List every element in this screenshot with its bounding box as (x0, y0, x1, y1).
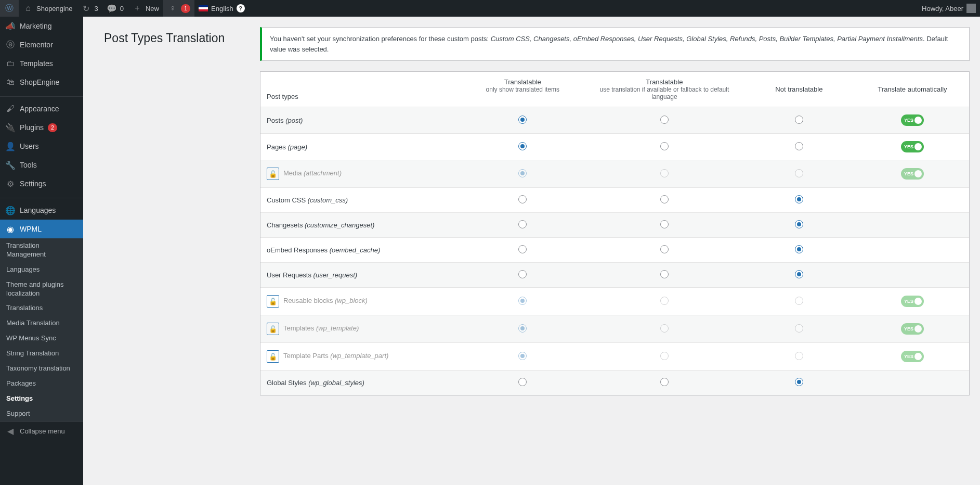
submenu-menus[interactable]: WP Menus Sync (0, 331, 83, 346)
translation-radio[interactable] (660, 270, 669, 278)
auto-cell (856, 263, 969, 288)
post-type-cell: 🔓Template Parts (wp_template_part) (260, 343, 459, 371)
uk-flag-icon (199, 5, 208, 11)
submenu-tm[interactable]: Translation Management (0, 238, 83, 262)
post-type-label: Posts (267, 117, 285, 124)
translation-radio[interactable] (795, 195, 803, 203)
translation-radio[interactable] (795, 270, 803, 278)
translation-radio (660, 297, 669, 305)
lock-icon: 🔓 (267, 168, 279, 180)
translation-radio[interactable] (518, 116, 527, 124)
menu-settings[interactable]: ⚙Settings (0, 174, 83, 193)
menu-users[interactable]: 👤Users (0, 137, 83, 156)
translation-radio[interactable] (795, 116, 803, 124)
updates[interactable]: ↻3 (76, 0, 102, 17)
translation-radio[interactable] (660, 220, 669, 228)
toggle-label: YES (903, 171, 914, 176)
translation-radio[interactable] (660, 245, 669, 253)
submenu-translations[interactable]: Translations (0, 301, 83, 316)
notice-pre: You haven't set your synchronization pre… (270, 35, 491, 43)
menu-wpml[interactable]: ◉WPML (0, 220, 83, 238)
submenu-languages[interactable]: Languages (0, 262, 83, 277)
language-switcher[interactable]: English? (194, 0, 249, 17)
lock-icon: 🔓 (267, 350, 279, 363)
auto-toggle: YES (901, 323, 924, 335)
translation-radio[interactable] (518, 378, 527, 386)
radio-cell (459, 315, 586, 343)
site-name[interactable]: ⌂Shopengine (19, 0, 76, 17)
auto-toggle[interactable]: YES (901, 114, 924, 126)
auto-cell (856, 238, 969, 263)
translation-radio[interactable] (518, 270, 527, 278)
translation-radio[interactable] (795, 142, 803, 150)
auto-cell: YES (856, 107, 969, 134)
translation-radio[interactable] (518, 245, 527, 253)
translation-radio (518, 352, 527, 360)
menu-tools[interactable]: 🔧Tools (0, 156, 83, 174)
translation-radio[interactable] (660, 116, 669, 124)
main-content: Post Types Translation You haven't set y… (83, 17, 980, 406)
cart-icon: 🛍 (5, 77, 16, 87)
my-account[interactable]: Howdy, Abeer (918, 0, 980, 17)
submenu-theme-localization[interactable]: Theme and plugins localization (0, 277, 83, 301)
translation-radio[interactable] (660, 195, 669, 203)
menu-templates[interactable]: 🗀Templates (0, 54, 83, 73)
auto-cell: YES (856, 343, 969, 371)
submenu-media[interactable]: Media Translation (0, 316, 83, 331)
radio-cell (742, 213, 856, 238)
menu-elementor[interactable]: ⓔElementor (0, 35, 83, 54)
table-row: 🔓Media (attachment)YES (260, 160, 969, 188)
menu-plugins[interactable]: 🔌Plugins2 (0, 118, 83, 137)
translation-radio[interactable] (795, 245, 803, 253)
comments[interactable]: 💬0 (102, 0, 128, 17)
menu-languages[interactable]: 🌐Languages (0, 201, 83, 220)
translation-radio[interactable] (795, 378, 803, 386)
translation-radio[interactable] (795, 220, 803, 228)
translation-radio[interactable] (518, 195, 527, 203)
post-type-slug: (oembed_cache) (330, 246, 381, 254)
auto-toggle: YES (901, 168, 924, 180)
notice-items: Custom CSS, Changesets, oEmbed Responses… (491, 35, 923, 43)
translation-radio[interactable] (660, 378, 669, 386)
post-type-slug: (custom_css) (308, 196, 348, 204)
radio-cell (459, 160, 586, 188)
auto-cell (856, 213, 969, 238)
translation-radio[interactable] (660, 142, 669, 150)
submenu-taxonomy[interactable]: Taxonomy translation (0, 361, 83, 376)
submenu-settings[interactable]: Settings (0, 391, 83, 406)
post-type-label: oEmbed Responses (267, 246, 330, 254)
table-row: 🔓Reusable blocks (wp_block)YES (260, 288, 969, 315)
wp-logo[interactable]: ⓦ (0, 0, 19, 17)
th-sublabel: use translation if available or fallback… (592, 86, 737, 100)
translation-radio[interactable] (518, 220, 527, 228)
notifications[interactable]: ♀1 (163, 0, 194, 17)
radio-cell (586, 263, 742, 288)
th-sublabel: only show translated items (464, 86, 581, 93)
bell-icon: ♀ (167, 3, 178, 14)
submenu-packages[interactable]: Packages (0, 376, 83, 391)
new-content[interactable]: +New (128, 0, 163, 17)
submenu-string[interactable]: String Translation (0, 346, 83, 361)
post-type-cell: Custom CSS (custom_css) (260, 188, 459, 213)
translation-radio (660, 352, 669, 360)
updates-count: 3 (94, 5, 98, 12)
post-type-slug: (wp_template_part) (330, 352, 388, 360)
user-icon: 👤 (5, 141, 16, 151)
post-type-slug: (page) (288, 143, 307, 151)
toggle-knob (914, 143, 922, 150)
plug-icon: 🔌 (5, 122, 16, 133)
table-row: Posts (post)YES (260, 107, 969, 134)
menu-separator (0, 196, 83, 198)
post-type-label: Changesets (267, 221, 305, 229)
site-name-text: Shopengine (36, 5, 72, 12)
radio-cell (459, 371, 586, 395)
menu-shopengine[interactable]: 🛍ShopEngine (0, 73, 83, 92)
toggle-knob (914, 325, 922, 333)
translation-radio (795, 324, 803, 333)
post-type-slug: (user_request) (313, 271, 358, 279)
menu-marketing[interactable]: 📣Marketing (0, 17, 83, 35)
auto-toggle[interactable]: YES (901, 141, 924, 152)
menu-appearance[interactable]: 🖌Appearance (0, 99, 83, 118)
translation-radio[interactable] (518, 142, 527, 150)
auto-toggle: YES (901, 296, 924, 307)
